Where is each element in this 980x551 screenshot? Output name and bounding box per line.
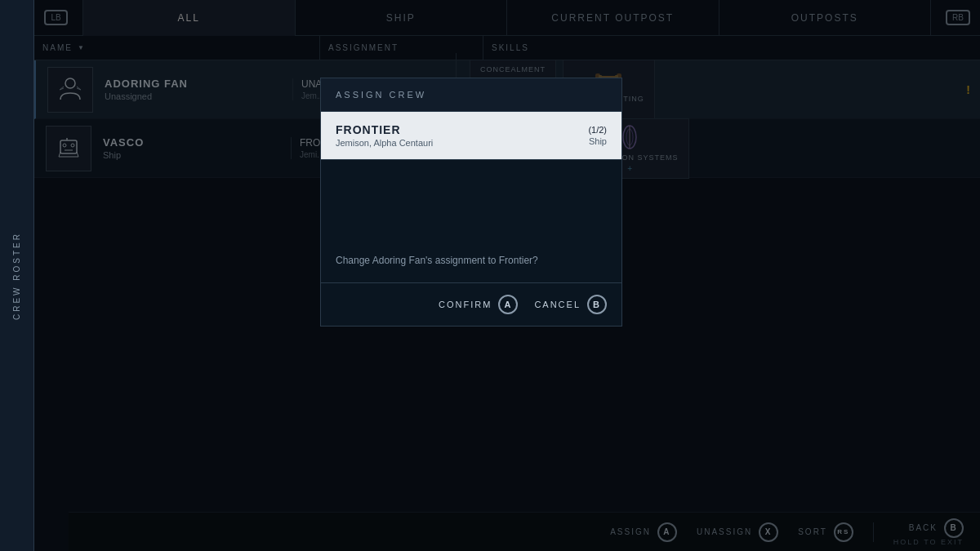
modal-option-meta: (1/2) Ship	[588, 125, 607, 146]
confirm-label: CONFIRM	[439, 300, 492, 309]
cancel-label: CANCEL	[534, 300, 581, 309]
assign-crew-modal: ASSIGN CREW FRONTIER Jemison, Alpha Cent…	[320, 78, 622, 327]
main-area: LB ALL SHIP CURRENT OUTPOST OUTPOSTS RB …	[34, 0, 980, 551]
modal-body: Change Adoring Fan's assignment to Front…	[321, 160, 621, 282]
confirm-button[interactable]: CONFIRM A	[439, 295, 518, 314]
modal-option-info: FRONTIER Jemison, Alpha Centauri	[336, 123, 433, 148]
modal-frontier-option[interactable]: FRONTIER Jemison, Alpha Centauri (1/2) S…	[321, 112, 621, 160]
frontier-name: FRONTIER	[336, 123, 433, 136]
modal-title: ASSIGN CREW	[321, 78, 621, 112]
confirm-btn-circle: A	[498, 295, 518, 314]
crew-roster-sidebar: CREW ROSTER	[0, 0, 34, 551]
cancel-button[interactable]: CANCEL B	[534, 295, 607, 314]
sidebar-label: CREW ROSTER	[12, 232, 21, 320]
modal-footer: CONFIRM A CANCEL B	[321, 282, 621, 326]
frontier-count: (1/2)	[588, 125, 607, 135]
frontier-location: Jemison, Alpha Centauri	[336, 138, 433, 148]
modal-overlay: ASSIGN CREW FRONTIER Jemison, Alpha Cent…	[34, 0, 980, 551]
frontier-type: Ship	[588, 136, 607, 146]
cancel-btn-circle: B	[587, 295, 607, 314]
modal-confirm-text: Change Adoring Fan's assignment to Front…	[336, 255, 538, 266]
